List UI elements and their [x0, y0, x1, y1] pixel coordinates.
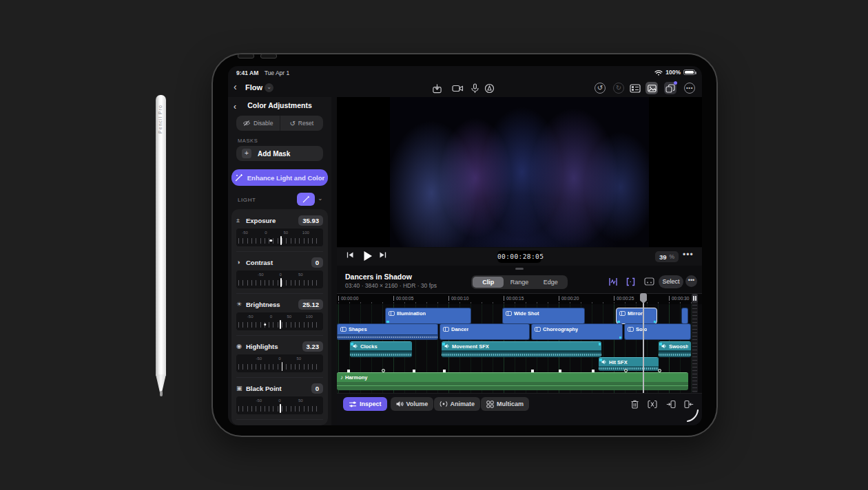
multicam-button[interactable]: Multicam: [481, 397, 529, 411]
timecode-display[interactable]: 00:00:28:05: [497, 251, 541, 263]
clip-solo[interactable]: Solo: [624, 323, 691, 340]
clip-clocks[interactable]: Clocks: [350, 341, 412, 357]
splitter-handle[interactable]: [515, 268, 524, 270]
ruler-label: 00:00:05: [393, 296, 413, 301]
dial-cursor: [280, 278, 282, 287]
dial-tick-label: -50: [256, 398, 262, 403]
slider-dial[interactable]: -50050100: [236, 312, 323, 330]
panel-back-button[interactable]: ‹: [234, 102, 236, 111]
slider-dial[interactable]: -50050100: [236, 228, 323, 246]
project-chevron-icon[interactable]: ⌄: [265, 83, 273, 92]
tab-range[interactable]: Range: [504, 277, 535, 288]
clip-wide-shot[interactable]: Wide Shot: [502, 308, 585, 324]
light-auto-button[interactable]: [297, 193, 315, 206]
add-mask-button[interactable]: + Add Mask: [236, 146, 323, 161]
split-clip-button[interactable]: [647, 398, 658, 409]
tab-clip[interactable]: Clip: [473, 277, 504, 288]
enhance-light-color-button[interactable]: Enhance Light and Color: [231, 169, 328, 186]
import-button[interactable]: [431, 82, 443, 94]
pencil-settings-button[interactable]: [483, 82, 495, 94]
append-clip-button[interactable]: [683, 398, 694, 409]
clip-hit-sfx[interactable]: Hit SFX: [599, 357, 659, 371]
timeline-ruler[interactable]: 00:00:0000:00:0500:00:1000:00:1500:00:20…: [337, 293, 702, 304]
slider-value[interactable]: 35.56: [298, 425, 323, 426]
storyline-button[interactable]: [643, 275, 655, 288]
slider-label: Brightness: [246, 301, 298, 308]
browser-toggle-button[interactable]: [629, 82, 641, 94]
undo-button[interactable]: ↺: [594, 82, 606, 94]
player-more-button[interactable]: •••: [683, 250, 694, 259]
clip-label: Clocks: [360, 343, 378, 350]
clip-illumination[interactable]: Illumination: [385, 308, 471, 324]
redo-button[interactable]: ↻: [612, 82, 625, 94]
volume-icon: [396, 401, 404, 407]
dial-ticks: [238, 364, 321, 370]
slider-highlights: ◉ Highlights 3.23 -50050: [236, 335, 323, 377]
skip-to-start-button[interactable]: [347, 251, 354, 259]
keyframe-marker[interactable]: [559, 370, 561, 372]
clip-appearance-button[interactable]: [607, 275, 619, 288]
skip-to-end-button[interactable]: [379, 251, 386, 259]
clip-harmony[interactable]: ♪Harmony: [337, 372, 688, 390]
timeline-more-button[interactable]: •••: [685, 275, 697, 287]
keyframe-marker[interactable]: [624, 369, 628, 372]
track-height-slider[interactable]: [692, 294, 698, 393]
select-button[interactable]: Select: [659, 275, 683, 288]
inspect-button[interactable]: Inspect: [343, 397, 387, 411]
slider-label: Exposure: [246, 217, 298, 224]
slider-value[interactable]: 35.93: [298, 215, 323, 226]
keyframe-marker[interactable]: [413, 370, 415, 372]
battery-icon: [683, 70, 695, 76]
keyframe-marker[interactable]: [531, 370, 534, 372]
keyframe-marker[interactable]: [347, 370, 350, 372]
film-icon: [628, 327, 634, 332]
play-button[interactable]: [363, 251, 373, 262]
camera-button[interactable]: [451, 82, 464, 94]
clip-dancer[interactable]: Dancer: [440, 323, 530, 340]
slider-value[interactable]: 3.23: [302, 341, 324, 352]
track-height-handle[interactable]: [692, 294, 698, 303]
slider-value[interactable]: 25.12: [298, 299, 323, 310]
clip-partial[interactable]: [681, 308, 688, 324]
media-library-button[interactable]: [645, 82, 658, 94]
disable-button[interactable]: Disable: [236, 116, 280, 131]
zoom-level-control[interactable]: 39 %: [655, 251, 679, 262]
clip-choreography[interactable]: Choreography: [531, 323, 623, 340]
overwrite-clip-button[interactable]: [665, 398, 676, 409]
keyframe-marker[interactable]: [443, 370, 446, 372]
clip-swoosh-sf[interactable]: Swoosh SF: [659, 341, 691, 357]
keyframe-marker[interactable]: [658, 369, 661, 372]
slider-dial[interactable]: -50050: [236, 354, 323, 372]
light-collapse-chevron[interactable]: ⌄: [318, 195, 323, 202]
film-icon: [340, 327, 347, 332]
slider-value[interactable]: 0: [311, 257, 323, 268]
delete-button[interactable]: [629, 398, 640, 409]
dial-tick-label: 100: [306, 315, 313, 319]
more-button[interactable]: •••: [683, 82, 696, 94]
keyframe-marker[interactable]: [382, 369, 385, 372]
keyframe-marker[interactable]: [592, 370, 595, 372]
microphone-button[interactable]: [468, 82, 481, 94]
eye-off-icon: [242, 120, 251, 127]
slider-value[interactable]: 0: [311, 383, 323, 394]
clip-label: Swoosh SF: [669, 343, 688, 350]
slider-dial[interactable]: -50050: [236, 396, 323, 414]
animate-button[interactable]: Animate: [434, 397, 481, 411]
inspector-badge: [674, 81, 677, 85]
clip-shapes[interactable]: Shapes: [337, 323, 438, 340]
back-button[interactable]: ‹: [234, 81, 237, 92]
button-label: Animate: [451, 401, 475, 407]
playback-bar: 00:00:28:05 39 % •••: [337, 248, 702, 266]
slider-dial[interactable]: -50050: [236, 270, 323, 288]
trim-mode-button[interactable]: [624, 275, 637, 288]
project-title[interactable]: Flow: [245, 83, 262, 92]
dial-tick-label: 50: [283, 231, 288, 235]
volume-button[interactable]: Volume: [391, 397, 434, 411]
tab-edge[interactable]: Edge: [535, 277, 566, 288]
clip-mirror[interactable]: Mirror: [616, 308, 657, 324]
volume-button-down: [260, 54, 277, 58]
inspector-toggle-button[interactable]: [664, 82, 676, 94]
clip-movement-sfx[interactable]: Movement SFX: [442, 341, 601, 357]
slider-contrast: ◑ Contrast 0 -50050: [236, 251, 323, 293]
reset-button[interactable]: ↺ Reset: [280, 116, 324, 131]
